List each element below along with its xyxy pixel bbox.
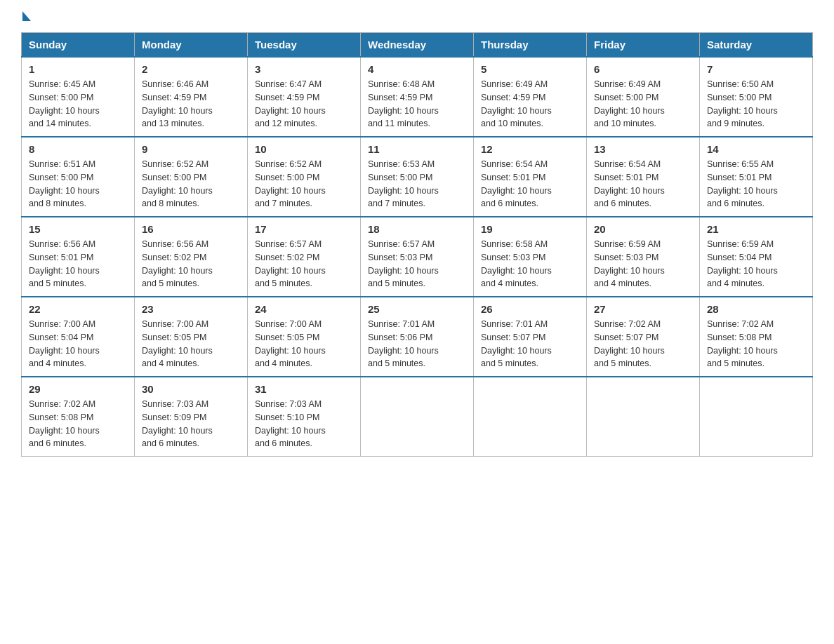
day-number: 29 (29, 383, 127, 395)
day-number: 12 (481, 143, 579, 155)
week-row-5: 29Sunrise: 7:02 AM Sunset: 5:08 PM Dayli… (22, 377, 813, 457)
day-number: 30 (142, 383, 240, 395)
calendar-cell: 29Sunrise: 7:02 AM Sunset: 5:08 PM Dayli… (22, 377, 135, 457)
week-row-1: 1Sunrise: 6:45 AM Sunset: 5:00 PM Daylig… (22, 57, 813, 137)
day-number: 25 (368, 303, 466, 315)
day-number: 8 (29, 143, 127, 155)
weekday-header-row: SundayMondayTuesdayWednesdayThursdayFrid… (22, 33, 813, 58)
day-number: 23 (142, 303, 240, 315)
day-info: Sunrise: 7:02 AM Sunset: 5:08 PM Dayligh… (707, 318, 805, 370)
day-info: Sunrise: 7:00 AM Sunset: 5:05 PM Dayligh… (142, 318, 240, 370)
day-info: Sunrise: 6:49 AM Sunset: 4:59 PM Dayligh… (481, 78, 579, 130)
day-info: Sunrise: 7:00 AM Sunset: 5:05 PM Dayligh… (255, 318, 353, 370)
day-info: Sunrise: 6:52 AM Sunset: 5:00 PM Dayligh… (142, 158, 240, 210)
day-info: Sunrise: 6:59 AM Sunset: 5:04 PM Dayligh… (707, 238, 805, 290)
calendar-cell: 1Sunrise: 6:45 AM Sunset: 5:00 PM Daylig… (22, 57, 135, 137)
calendar-cell: 8Sunrise: 6:51 AM Sunset: 5:00 PM Daylig… (22, 137, 135, 217)
calendar-cell: 21Sunrise: 6:59 AM Sunset: 5:04 PM Dayli… (700, 217, 813, 297)
calendar-cell: 15Sunrise: 6:56 AM Sunset: 5:01 PM Dayli… (22, 217, 135, 297)
day-number: 1 (29, 63, 127, 75)
calendar-cell: 7Sunrise: 6:50 AM Sunset: 5:00 PM Daylig… (700, 57, 813, 137)
week-row-2: 8Sunrise: 6:51 AM Sunset: 5:00 PM Daylig… (22, 137, 813, 217)
calendar-cell: 17Sunrise: 6:57 AM Sunset: 5:02 PM Dayli… (248, 217, 361, 297)
week-row-4: 22Sunrise: 7:00 AM Sunset: 5:04 PM Dayli… (22, 297, 813, 377)
calendar-cell: 18Sunrise: 6:57 AM Sunset: 5:03 PM Dayli… (361, 217, 474, 297)
calendar-cell: 12Sunrise: 6:54 AM Sunset: 5:01 PM Dayli… (474, 137, 587, 217)
day-number: 10 (255, 143, 353, 155)
day-info: Sunrise: 7:01 AM Sunset: 5:07 PM Dayligh… (481, 318, 579, 370)
calendar-cell: 28Sunrise: 7:02 AM Sunset: 5:08 PM Dayli… (700, 297, 813, 377)
day-info: Sunrise: 6:48 AM Sunset: 4:59 PM Dayligh… (368, 78, 466, 130)
day-info: Sunrise: 6:59 AM Sunset: 5:03 PM Dayligh… (594, 238, 692, 290)
weekday-header-monday: Monday (135, 33, 248, 58)
calendar-cell: 24Sunrise: 7:00 AM Sunset: 5:05 PM Dayli… (248, 297, 361, 377)
day-info: Sunrise: 6:49 AM Sunset: 5:00 PM Dayligh… (594, 78, 692, 130)
day-number: 31 (255, 383, 353, 395)
day-info: Sunrise: 6:56 AM Sunset: 5:01 PM Dayligh… (29, 238, 127, 290)
day-number: 26 (481, 303, 579, 315)
day-number: 21 (707, 223, 805, 235)
day-info: Sunrise: 6:58 AM Sunset: 5:03 PM Dayligh… (481, 238, 579, 290)
day-info: Sunrise: 6:55 AM Sunset: 5:01 PM Dayligh… (707, 158, 805, 210)
calendar-cell (361, 377, 474, 457)
logo-arrow-icon (22, 11, 31, 21)
weekday-header-saturday: Saturday (700, 33, 813, 58)
weekday-header-friday: Friday (587, 33, 700, 58)
day-info: Sunrise: 6:45 AM Sunset: 5:00 PM Dayligh… (29, 78, 127, 130)
day-info: Sunrise: 7:00 AM Sunset: 5:04 PM Dayligh… (29, 318, 127, 370)
calendar-cell: 10Sunrise: 6:52 AM Sunset: 5:00 PM Dayli… (248, 137, 361, 217)
calendar-cell: 27Sunrise: 7:02 AM Sunset: 5:07 PM Dayli… (587, 297, 700, 377)
weekday-header-wednesday: Wednesday (361, 33, 474, 58)
day-number: 14 (707, 143, 805, 155)
calendar-cell: 6Sunrise: 6:49 AM Sunset: 5:00 PM Daylig… (587, 57, 700, 137)
calendar-cell (474, 377, 587, 457)
day-info: Sunrise: 6:53 AM Sunset: 5:00 PM Dayligh… (368, 158, 466, 210)
day-number: 15 (29, 223, 127, 235)
calendar-table: SundayMondayTuesdayWednesdayThursdayFrid… (21, 32, 813, 457)
calendar-cell: 4Sunrise: 6:48 AM Sunset: 4:59 PM Daylig… (361, 57, 474, 137)
day-number: 3 (255, 63, 353, 75)
day-info: Sunrise: 7:02 AM Sunset: 5:08 PM Dayligh… (29, 398, 127, 450)
day-number: 18 (368, 223, 466, 235)
weekday-header-sunday: Sunday (22, 33, 135, 58)
day-info: Sunrise: 6:54 AM Sunset: 5:01 PM Dayligh… (481, 158, 579, 210)
day-number: 2 (142, 63, 240, 75)
day-info: Sunrise: 6:57 AM Sunset: 5:02 PM Dayligh… (255, 238, 353, 290)
calendar-cell: 9Sunrise: 6:52 AM Sunset: 5:00 PM Daylig… (135, 137, 248, 217)
day-number: 20 (594, 223, 692, 235)
calendar-cell: 22Sunrise: 7:00 AM Sunset: 5:04 PM Dayli… (22, 297, 135, 377)
day-info: Sunrise: 6:50 AM Sunset: 5:00 PM Dayligh… (707, 78, 805, 130)
day-number: 19 (481, 223, 579, 235)
day-number: 22 (29, 303, 127, 315)
day-info: Sunrise: 7:03 AM Sunset: 5:09 PM Dayligh… (142, 398, 240, 450)
calendar-cell: 30Sunrise: 7:03 AM Sunset: 5:09 PM Dayli… (135, 377, 248, 457)
day-number: 28 (707, 303, 805, 315)
calendar-cell: 19Sunrise: 6:58 AM Sunset: 5:03 PM Dayli… (474, 217, 587, 297)
calendar-cell: 14Sunrise: 6:55 AM Sunset: 5:01 PM Dayli… (700, 137, 813, 217)
day-number: 17 (255, 223, 353, 235)
calendar-cell: 31Sunrise: 7:03 AM Sunset: 5:10 PM Dayli… (248, 377, 361, 457)
day-info: Sunrise: 6:56 AM Sunset: 5:02 PM Dayligh… (142, 238, 240, 290)
day-info: Sunrise: 6:46 AM Sunset: 4:59 PM Dayligh… (142, 78, 240, 130)
logo (21, 14, 31, 20)
calendar-cell: 20Sunrise: 6:59 AM Sunset: 5:03 PM Dayli… (587, 217, 700, 297)
day-info: Sunrise: 6:57 AM Sunset: 5:03 PM Dayligh… (368, 238, 466, 290)
day-number: 5 (481, 63, 579, 75)
calendar-cell (587, 377, 700, 457)
day-number: 6 (594, 63, 692, 75)
calendar-cell: 11Sunrise: 6:53 AM Sunset: 5:00 PM Dayli… (361, 137, 474, 217)
weekday-header-tuesday: Tuesday (248, 33, 361, 58)
day-info: Sunrise: 7:01 AM Sunset: 5:06 PM Dayligh… (368, 318, 466, 370)
day-number: 27 (594, 303, 692, 315)
calendar-cell: 2Sunrise: 6:46 AM Sunset: 4:59 PM Daylig… (135, 57, 248, 137)
calendar-cell: 25Sunrise: 7:01 AM Sunset: 5:06 PM Dayli… (361, 297, 474, 377)
calendar-cell: 16Sunrise: 6:56 AM Sunset: 5:02 PM Dayli… (135, 217, 248, 297)
calendar-cell (700, 377, 813, 457)
day-number: 24 (255, 303, 353, 315)
day-info: Sunrise: 6:51 AM Sunset: 5:00 PM Dayligh… (29, 158, 127, 210)
day-number: 4 (368, 63, 466, 75)
calendar-cell: 13Sunrise: 6:54 AM Sunset: 5:01 PM Dayli… (587, 137, 700, 217)
week-row-3: 15Sunrise: 6:56 AM Sunset: 5:01 PM Dayli… (22, 217, 813, 297)
calendar-cell: 5Sunrise: 6:49 AM Sunset: 4:59 PM Daylig… (474, 57, 587, 137)
calendar-cell: 23Sunrise: 7:00 AM Sunset: 5:05 PM Dayli… (135, 297, 248, 377)
